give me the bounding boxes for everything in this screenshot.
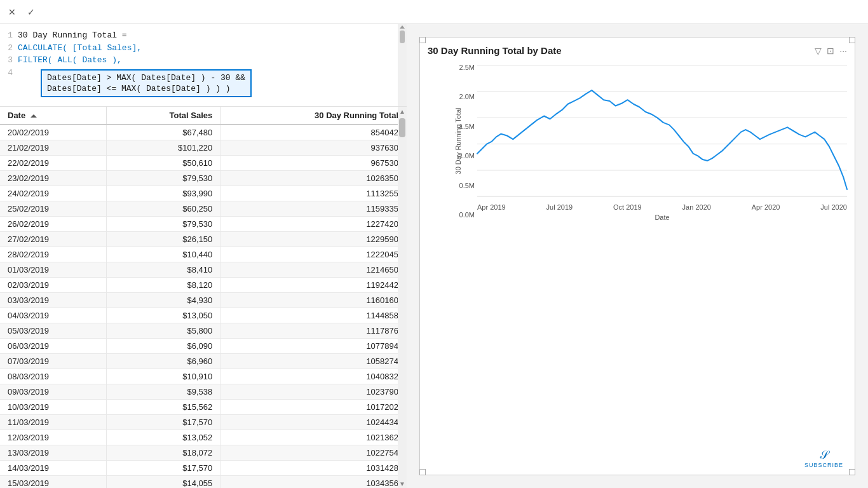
table-row: 26/02/2019$79,5301227420 [0, 217, 407, 232]
filter-icon[interactable]: ▽ [815, 46, 822, 56]
table-row: 09/03/2019$9,5381023790 [0, 384, 407, 400]
close-button[interactable]: ✕ [6, 6, 18, 18]
subscribe-watermark: 𝒮 SUBSCRIBE [804, 449, 843, 468]
x-label-jan20: Jan 2020 [682, 203, 711, 211]
table-cell-13-2: 1117876 [220, 323, 407, 339]
code-line-1: 1 30 Day Running Total = [0, 29, 407, 42]
table-row: 05/03/2019$5,8001117876 [0, 323, 407, 339]
confirm-button[interactable]: ✓ [25, 6, 37, 18]
table-cell-18-1: $15,562 [106, 400, 220, 415]
table-row: 01/03/2019$8,4101214650 [0, 262, 407, 278]
table-cell-10-1: $8,120 [106, 278, 220, 293]
table-cell-11-1: $4,930 [106, 293, 220, 308]
code-line-3: 3 FILTER( ALL( Dates ), [0, 54, 407, 67]
resize-handle-br[interactable] [849, 469, 855, 475]
code-line-2: 2 CALCULATE( [Total Sales], [0, 42, 407, 55]
code-text-1: 30 Day Running Total = [18, 29, 127, 42]
table-cell-21-2: 1022754 [220, 445, 407, 461]
table-row: 27/02/2019$26,1501229590 [0, 232, 407, 247]
line-number-3: 3 [0, 54, 18, 67]
expand-icon[interactable]: ⊡ [827, 46, 834, 56]
table-cell-12-1: $13,050 [106, 308, 220, 323]
table-cell-1-0: 21/02/2019 [0, 140, 106, 156]
table-cell-15-0: 07/03/2019 [0, 354, 106, 369]
table-cell-18-2: 1017202 [220, 400, 407, 415]
scroll-thumb-table[interactable] [399, 118, 405, 137]
scroll-thumb-code[interactable] [400, 30, 405, 43]
table-cell-4-0: 24/02/2019 [0, 186, 106, 201]
col-header-sales[interactable]: Total Sales [106, 107, 220, 125]
table-cell-7-1: $26,150 [106, 232, 220, 247]
table-cell-5-0: 25/02/2019 [0, 201, 106, 217]
table-cell-2-0: 22/02/2019 [0, 156, 106, 171]
table-row: 23/02/2019$79,5301026350 [0, 171, 407, 186]
right-panel: 30 Day Running Total by Date ▽ ⊡ ··· 30 … [407, 24, 868, 488]
col-header-date[interactable]: Date [0, 107, 106, 125]
table-cell-5-1: $60,250 [106, 201, 220, 217]
chart-svg-area: Apr 2019 Jul 2019 Oct 2019 Jan 2020 Apr … [477, 61, 847, 221]
table-cell-10-0: 02/03/2019 [0, 278, 106, 293]
code-scrollbar[interactable] [398, 24, 407, 106]
table-cell-21-0: 13/03/2019 [0, 445, 106, 461]
highlight-line-2: Dates[Date] <= MAX( Dates[Date] ) ) ) [47, 84, 245, 93]
table-cell-21-1: $18,072 [106, 445, 220, 461]
y-axis-label: 30 Day Running Total [454, 108, 462, 175]
table-row: 13/03/2019$18,0721022754 [0, 445, 407, 461]
table-row: 28/02/2019$10,4401222045 [0, 247, 407, 262]
scroll-up-table[interactable]: ▲ [398, 107, 407, 116]
code-highlight-box[interactable]: Dates[Date] > MAX( Dates[Date] ) - 30 &&… [41, 69, 252, 97]
table-cell-17-2: 1023790 [220, 384, 407, 400]
table-cell-13-1: $5,800 [106, 323, 220, 339]
x-label-jul20: Jul 2020 [820, 203, 847, 211]
table-cell-9-1: $8,410 [106, 262, 220, 278]
resize-handle-tr[interactable] [849, 37, 855, 43]
chart-header: 30 Day Running Total by Date ▽ ⊡ ··· [428, 45, 847, 56]
table-cell-9-2: 1214650 [220, 262, 407, 278]
table-row: 14/03/2019$17,5701031428 [0, 461, 407, 476]
x-axis-labels: Apr 2019 Jul 2019 Oct 2019 Jan 2020 Apr … [477, 201, 847, 211]
scroll-down-table[interactable]: ▼ [398, 479, 407, 488]
chart-icons: ▽ ⊡ ··· [815, 46, 847, 56]
table-row: 20/02/2019$67,480854042 [0, 125, 407, 140]
table-cell-0-2: 854042 [220, 125, 407, 140]
table-cell-8-1: $10,440 [106, 247, 220, 262]
table-cell-23-1: $14,055 [106, 476, 220, 489]
table-cell-14-2: 1077894 [220, 339, 407, 354]
table-row: 15/03/2019$14,0551034356 [0, 476, 407, 489]
table-cell-12-0: 04/03/2019 [0, 308, 106, 323]
code-editor[interactable]: 1 30 Day Running Total = 2 CALCULATE( [T… [0, 24, 407, 107]
chart-plot-wrapper: 30 Day Running Total 2.5M 2.0M 1.5M 1.0M… [428, 61, 847, 221]
table-cell-23-2: 1034356 [220, 476, 407, 489]
table-row: 22/02/2019$50,610967530 [0, 156, 407, 171]
x-label-apr19: Apr 2019 [477, 203, 506, 211]
scroll-up-arrow[interactable] [400, 25, 405, 29]
table-row: 07/03/2019$6,9601058274 [0, 354, 407, 369]
table-row: 06/03/2019$6,0901077894 [0, 339, 407, 354]
table-cell-3-2: 1026350 [220, 171, 407, 186]
main-area: 1 30 Day Running Total = 2 CALCULATE( [T… [0, 24, 868, 488]
table-cell-20-1: $13,052 [106, 430, 220, 445]
table-row: 21/02/2019$101,220937630 [0, 140, 407, 156]
table-cell-3-1: $79,530 [106, 171, 220, 186]
table-row: 08/03/2019$10,9101040832 [0, 369, 407, 384]
chart-svg [477, 61, 847, 201]
y-label-20: 2.0M [453, 93, 475, 100]
table-row: 02/03/2019$8,1201192442 [0, 278, 407, 293]
table-cell-19-2: 1024434 [220, 415, 407, 430]
table-row: 03/03/2019$4,9301160160 [0, 293, 407, 308]
col-header-running-total[interactable]: 30 Day Running Total [220, 107, 407, 125]
table-cell-23-0: 15/03/2019 [0, 476, 106, 489]
resize-handle-tl[interactable] [419, 37, 426, 43]
table-row: 12/03/2019$13,0521021362 [0, 430, 407, 445]
resize-handle-bl[interactable] [419, 469, 426, 475]
table-cell-19-1: $17,570 [106, 415, 220, 430]
data-table: Date Total Sales 30 Day Running Total 20… [0, 107, 407, 488]
table-cell-6-2: 1227420 [220, 217, 407, 232]
more-icon[interactable]: ··· [839, 46, 847, 56]
table-cell-7-2: 1229590 [220, 232, 407, 247]
table-row: 04/03/2019$13,0501144858 [0, 308, 407, 323]
y-label-25: 2.5M [453, 64, 475, 71]
left-panel: 1 30 Day Running Total = 2 CALCULATE( [T… [0, 24, 407, 488]
table-scroll-handle[interactable]: ▲ ▼ [398, 107, 407, 488]
table-container: Date Total Sales 30 Day Running Total 20… [0, 107, 407, 488]
